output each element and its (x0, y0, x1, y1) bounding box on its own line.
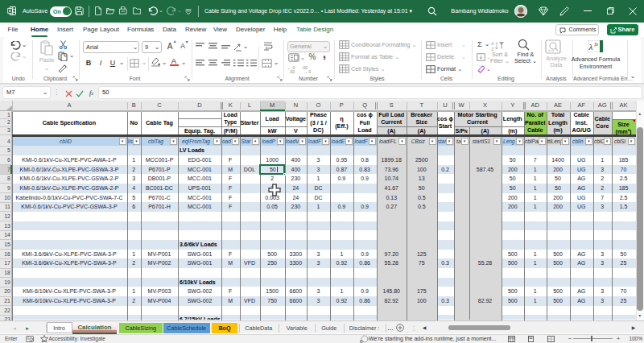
svg-text:fx: fx (595, 42, 599, 47)
svg-text:A: A (491, 41, 494, 46)
svg-text:λ: λ (588, 42, 593, 52)
svg-text:→.0: →.0 (303, 69, 311, 73)
svg-text:.00: .00 (289, 69, 295, 73)
